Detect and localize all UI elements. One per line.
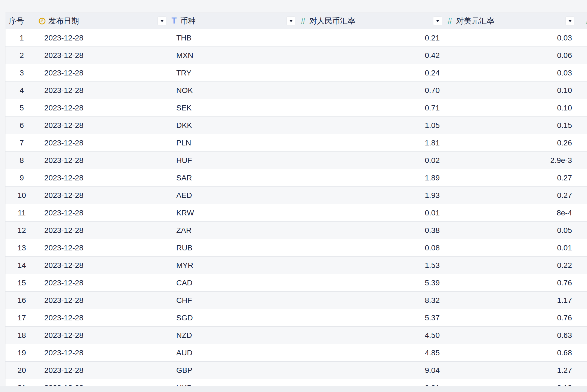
cell-currency[interactable]: SGD bbox=[170, 309, 299, 326]
cell-partial[interactable] bbox=[578, 134, 587, 151]
cell-currency[interactable]: TRY bbox=[170, 64, 299, 81]
cell-row-index[interactable]: 10 bbox=[5, 187, 38, 204]
cell-usd-rate[interactable]: 0.27 bbox=[446, 169, 578, 186]
cell-usd-rate[interactable]: 0.06 bbox=[446, 47, 578, 64]
cell-usd-rate[interactable]: 1.17 bbox=[446, 292, 578, 309]
cell-usd-rate[interactable]: 0.10 bbox=[446, 99, 578, 116]
cell-row-index[interactable]: 7 bbox=[5, 134, 38, 151]
cell-currency[interactable]: KRW bbox=[170, 204, 299, 221]
cell-row-index[interactable]: 17 bbox=[5, 309, 38, 326]
cell-cny-rate[interactable]: 0.24 bbox=[299, 64, 446, 81]
cell-partial[interactable] bbox=[578, 239, 587, 256]
cell-usd-rate[interactable]: 0.76 bbox=[446, 274, 578, 291]
cell-cny-rate[interactable]: 4.50 bbox=[299, 327, 446, 344]
cell-currency[interactable]: GBP bbox=[170, 362, 299, 379]
cell-usd-rate[interactable]: 0.27 bbox=[446, 187, 578, 204]
header-cell-currency[interactable]: T 币种 bbox=[170, 13, 299, 29]
cell-cny-rate[interactable]: 5.37 bbox=[299, 309, 446, 326]
cell-usd-rate[interactable]: 0.22 bbox=[446, 257, 578, 274]
cell-row-index[interactable]: 2 bbox=[5, 47, 38, 64]
cell-row-index[interactable]: 19 bbox=[5, 344, 38, 361]
cell-currency[interactable]: RUB bbox=[170, 239, 299, 256]
cell-usd-rate[interactable]: 0.15 bbox=[446, 117, 578, 134]
cell-cny-rate[interactable]: 0.02 bbox=[299, 152, 446, 169]
cell-cny-rate[interactable]: 8.32 bbox=[299, 292, 446, 309]
cell-row-index[interactable]: 1 bbox=[5, 29, 38, 46]
cell-usd-rate[interactable]: 0.63 bbox=[446, 327, 578, 344]
cell-row-index[interactable]: 8 bbox=[5, 152, 38, 169]
cell-publish-date[interactable]: 2023-12-28 bbox=[38, 29, 170, 46]
cell-usd-rate[interactable]: 2.9e-3 bbox=[446, 152, 578, 169]
cell-currency[interactable]: NZD bbox=[170, 327, 299, 344]
cell-partial[interactable] bbox=[578, 99, 587, 116]
cell-publish-date[interactable]: 2023-12-28 bbox=[38, 344, 170, 361]
cell-usd-rate[interactable]: 0.26 bbox=[446, 134, 578, 151]
cell-currency[interactable]: AED bbox=[170, 187, 299, 204]
cell-publish-date[interactable]: 2023-12-28 bbox=[38, 222, 170, 239]
cell-currency[interactable]: MYR bbox=[170, 257, 299, 274]
cell-usd-rate[interactable]: 8e-4 bbox=[446, 204, 578, 221]
header-cell-usd-rate[interactable]: # 对美元汇率 bbox=[446, 13, 578, 29]
column-dropdown-button[interactable] bbox=[286, 16, 295, 25]
cell-usd-rate[interactable]: 1.27 bbox=[446, 362, 578, 379]
cell-partial[interactable] bbox=[578, 204, 587, 221]
cell-partial[interactable] bbox=[578, 152, 587, 169]
cell-cny-rate[interactable]: 9.04 bbox=[299, 362, 446, 379]
cell-currency[interactable]: DKK bbox=[170, 117, 299, 134]
cell-publish-date[interactable]: 2023-12-28 bbox=[38, 362, 170, 379]
column-dropdown-button[interactable] bbox=[565, 16, 574, 25]
cell-usd-rate[interactable]: 0.76 bbox=[446, 309, 578, 326]
cell-row-index[interactable]: 3 bbox=[5, 64, 38, 81]
cell-publish-date[interactable]: 2023-12-28 bbox=[38, 257, 170, 274]
cell-publish-date[interactable]: 2023-12-28 bbox=[38, 64, 170, 81]
cell-row-index[interactable]: 15 bbox=[5, 274, 38, 291]
cell-publish-date[interactable]: 2023-12-28 bbox=[38, 117, 170, 134]
cell-row-index[interactable]: 11 bbox=[5, 204, 38, 221]
cell-usd-rate[interactable]: 0.01 bbox=[446, 239, 578, 256]
cell-publish-date[interactable]: 2023-12-28 bbox=[38, 309, 170, 326]
cell-partial[interactable] bbox=[578, 327, 587, 344]
cell-cny-rate[interactable]: 0.70 bbox=[299, 82, 446, 99]
cell-partial[interactable] bbox=[578, 187, 587, 204]
cell-partial[interactable] bbox=[578, 117, 587, 134]
cell-currency[interactable]: AUD bbox=[170, 344, 299, 361]
cell-currency[interactable]: NOK bbox=[170, 82, 299, 99]
cell-currency[interactable]: SEK bbox=[170, 99, 299, 116]
column-dropdown-button[interactable] bbox=[433, 16, 442, 25]
cell-currency[interactable]: CAD bbox=[170, 274, 299, 291]
cell-currency[interactable]: MXN bbox=[170, 47, 299, 64]
cell-cny-rate[interactable]: 1.89 bbox=[299, 169, 446, 186]
cell-currency[interactable]: SAR bbox=[170, 169, 299, 186]
cell-publish-date[interactable]: 2023-12-28 bbox=[38, 47, 170, 64]
cell-partial[interactable] bbox=[578, 47, 587, 64]
cell-publish-date[interactable]: 2023-12-28 bbox=[38, 82, 170, 99]
cell-currency[interactable]: PLN bbox=[170, 134, 299, 151]
cell-usd-rate[interactable]: 0.03 bbox=[446, 64, 578, 81]
cell-currency[interactable]: HUF bbox=[170, 152, 299, 169]
cell-partial[interactable] bbox=[578, 29, 587, 46]
header-cell-publish-date[interactable]: 发布日期 bbox=[38, 13, 170, 29]
cell-publish-date[interactable]: 2023-12-28 bbox=[38, 292, 170, 309]
cell-publish-date[interactable]: 2023-12-28 bbox=[38, 152, 170, 169]
cell-row-index[interactable]: 18 bbox=[5, 327, 38, 344]
cell-cny-rate[interactable]: 5.39 bbox=[299, 274, 446, 291]
cell-row-index[interactable]: 13 bbox=[5, 239, 38, 256]
header-cell-cny-rate[interactable]: # 对人民币汇率 bbox=[299, 13, 446, 29]
cell-partial[interactable] bbox=[578, 64, 587, 81]
cell-cny-rate[interactable]: 0.01 bbox=[299, 204, 446, 221]
cell-partial[interactable] bbox=[578, 362, 587, 379]
cell-publish-date[interactable]: 2023-12-28 bbox=[38, 169, 170, 186]
cell-currency[interactable]: ZAR bbox=[170, 222, 299, 239]
cell-cny-rate[interactable]: 4.85 bbox=[299, 344, 446, 361]
cell-publish-date[interactable]: 2023-12-28 bbox=[38, 187, 170, 204]
cell-row-index[interactable]: 9 bbox=[5, 169, 38, 186]
cell-cny-rate[interactable]: 0.42 bbox=[299, 47, 446, 64]
cell-partial[interactable] bbox=[578, 309, 587, 326]
cell-partial[interactable] bbox=[578, 344, 587, 361]
cell-cny-rate[interactable]: 0.21 bbox=[299, 29, 446, 46]
header-cell-index[interactable]: 序号 bbox=[5, 13, 38, 29]
cell-partial[interactable] bbox=[578, 257, 587, 274]
cell-usd-rate[interactable]: 0.68 bbox=[446, 344, 578, 361]
cell-partial[interactable] bbox=[578, 274, 587, 291]
cell-cny-rate[interactable]: 1.05 bbox=[299, 117, 446, 134]
